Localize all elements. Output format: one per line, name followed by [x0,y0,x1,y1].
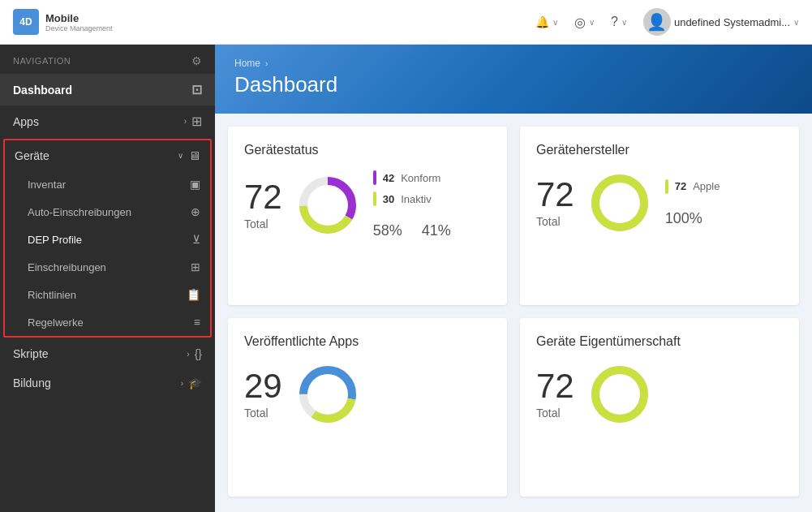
notifications-chevron: ∨ [552,18,558,27]
card-title: Geräte Eigentümerschaft [536,334,783,349]
content-header: Home › Dashboard [215,45,812,114]
skripte-chevron-icon: › [187,350,189,359]
total-label: Total [536,407,574,419]
breadcrumb: Home › [234,58,793,69]
sidebar-item-label: Auto-Einschreibungen [28,206,131,218]
card-geraetestatus: Gerätestatus 72 Total [228,127,507,305]
total-number: 29 [244,369,282,403]
sidebar-item-regelwerke[interactable]: Regelwerke ≡ [5,308,210,336]
app-name: Mobile [45,12,113,24]
sidebar-item-inventar[interactable]: Inventar ▣ [5,170,210,198]
card-geraete-eigentuemer: Geräte Eigentümerschaft 72 Total [520,318,799,497]
question-button[interactable]: ? ∨ [611,15,627,29]
apps-chevron-icon: › [184,117,187,126]
sidebar-item-label: DEP Profile [28,234,82,246]
user-menu[interactable]: 👤 undefined Systemadmi... ∨ [643,8,799,36]
sidebar-item-label: Skripte [13,347,49,360]
sidebar-item-dashboard[interactable]: Dashboard ⊡ [0,74,215,105]
sidebar-item-einschreibungen[interactable]: Einschreibungen ⊞ [5,253,210,281]
nav-settings-icon[interactable]: ⚙ [191,54,203,67]
sidebar: NAVIGATION ⚙ Dashboard ⊡ Apps › ⊞ Geräte [0,45,215,512]
bildung-chevron-icon: › [181,379,183,388]
total-label: Total [244,407,282,419]
header-right: 🔔 ∨ ◎ ∨ ? ∨ 👤 undefined Systemadmi... ∨ [535,8,799,36]
total-label: Total [536,215,574,228]
total-number: 72 [536,369,574,403]
total-label: Total [244,217,282,230]
help-circle-icon: ◎ [574,15,586,30]
dep-profile-icon: ⊻ [192,233,200,246]
app-logo-icon: 4D [13,9,39,35]
content-area: Home › Dashboard Gerätestatus 72 Total [215,45,812,512]
einschreibungen-icon: ⊞ [191,260,200,273]
card-veroeffentlichte-apps: Veröffentlichte Apps 29 Total [228,318,507,497]
sidebar-item-skripte[interactable]: Skripte › {} [0,339,215,368]
help-circle-chevron: ∨ [589,18,595,27]
sidebar-item-richtlinien[interactable]: Richtlinien 📋 [5,281,210,308]
geraetestatus-donut [295,173,360,238]
sidebar-item-label: Geräte [15,149,49,162]
geraete-section: Geräte ∨ 🖥 Inventar ▣ Auto-Einschreibung… [3,139,212,338]
dashboard-icon: ⊡ [191,82,202,97]
auto-einschreibungen-icon: ⊕ [191,205,200,218]
sidebar-item-label: Einschreibungen [28,261,106,273]
sidebar-item-auto-einschreibungen[interactable]: Auto-Einschreibungen ⊕ [5,198,210,226]
dashboard-grid: Gerätestatus 72 Total [215,114,812,510]
inaktiv-bar [373,191,376,206]
avatar-icon: 👤 [647,12,667,32]
konform-bar [373,170,376,185]
card-geraetehersteller: Gerätehersteller 72 Total [520,127,799,305]
user-menu-chevron: ∨ [793,18,799,27]
avatar: 👤 [643,8,671,36]
card-title: Veröffentlichte Apps [244,334,491,349]
notifications-button[interactable]: 🔔 ∨ [535,15,558,28]
inventar-icon: ▣ [190,178,200,191]
apple-percent: 100% [665,210,702,227]
svg-point-4 [595,179,644,227]
apple-bar [665,179,668,194]
geraetehersteller-donut [587,170,652,235]
user-name: undefined Systemadmi... [674,16,790,28]
sidebar-item-geraete[interactable]: Geräte ∨ 🖥 [5,140,210,170]
total-number: 72 [536,178,574,212]
sidebar-item-label: Regelwerke [28,316,84,329]
sidebar-item-bildung[interactable]: Bildung › 🎓 [0,368,215,398]
richtlinien-icon: 📋 [187,288,200,301]
apps-donut [295,362,360,427]
card-title: Gerätehersteller [536,143,783,157]
sidebar-item-label: Apps [13,115,39,128]
eigentuemer-donut [587,362,652,427]
nav-label: NAVIGATION ⚙ [0,45,215,74]
sidebar-item-label: Richtlinien [28,289,76,301]
konform-percent: 58% [373,222,402,239]
card-title: Gerätestatus [244,143,491,157]
top-header: 4D Mobile Device Management 🔔 ∨ ◎ ∨ ? ∨ … [0,0,812,45]
inaktiv-percent: 41% [422,222,451,239]
logo-text: Mobile Device Management [45,12,113,32]
total-number: 72 [244,180,282,214]
sidebar-item-dep-profile[interactable]: DEP Profile ⊻ [5,226,210,253]
breadcrumb-home[interactable]: Home [234,58,260,69]
question-icon: ? [611,15,618,29]
geraete-icon: 🖥 [188,148,200,162]
question-chevron: ∨ [621,18,627,27]
sidebar-item-apps[interactable]: Apps › ⊞ [0,105,215,137]
main-layout: NAVIGATION ⚙ Dashboard ⊡ Apps › ⊞ Geräte [0,45,812,512]
geraete-chevron-icon: ∨ [178,151,183,160]
sidebar-item-label: Dashboard [13,84,72,97]
regelwerke-icon: ≡ [194,316,200,329]
bildung-icon: 🎓 [188,376,202,389]
breadcrumb-chevron-icon: › [265,59,268,68]
help-circle-button[interactable]: ◎ ∨ [574,15,595,30]
sidebar-item-label: Inventar [28,179,66,191]
sidebar-item-label: Bildung [13,376,51,389]
page-title: Dashboard [234,72,793,97]
apps-icon: ⊞ [191,114,202,129]
app-subtitle: Device Management [45,24,113,32]
skripte-icon: {} [195,347,202,360]
logo-area: 4D Mobile Device Management [13,9,113,35]
bell-icon: 🔔 [535,15,549,28]
svg-point-9 [595,370,644,419]
